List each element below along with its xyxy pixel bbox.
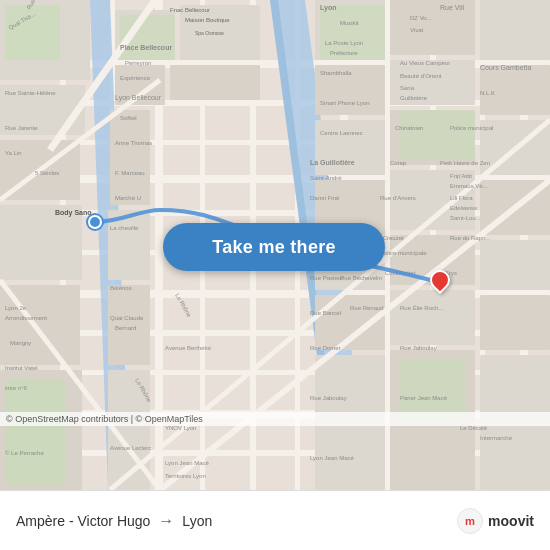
svg-text:Institut Vatel: Institut Vatel bbox=[5, 365, 38, 371]
svg-text:La Guillotière: La Guillotière bbox=[310, 159, 355, 166]
svg-text:Corep: Corep bbox=[390, 160, 407, 166]
svg-text:Rue Bancel: Rue Bancel bbox=[310, 310, 341, 316]
svg-rect-34 bbox=[0, 205, 82, 280]
destination-label: Lyon bbox=[182, 513, 212, 529]
svg-rect-55 bbox=[480, 240, 550, 290]
svg-text:Police municipale: Police municipale bbox=[380, 250, 427, 256]
bottom-bar: Ampère - Victor Hugo → Lyon m moovit bbox=[0, 490, 550, 550]
svg-text:Fnac Bellecour: Fnac Bellecour bbox=[170, 7, 210, 13]
svg-text:Rue Béchevelin: Rue Béchevelin bbox=[340, 275, 382, 281]
svg-text:Centre Laennec: Centre Laennec bbox=[320, 130, 363, 136]
svg-text:Damn Finé: Damn Finé bbox=[310, 195, 340, 201]
svg-text:Rue Jaboulay: Rue Jaboulay bbox=[400, 345, 437, 351]
svg-text:Marigny: Marigny bbox=[10, 340, 31, 346]
svg-text:Rue Sainte-Hélène: Rue Sainte-Hélène bbox=[5, 90, 56, 96]
take-me-there-button[interactable]: Take me there bbox=[163, 223, 385, 271]
svg-text:Lyon Bellecour: Lyon Bellecour bbox=[115, 94, 162, 102]
arrow-icon: → bbox=[158, 512, 174, 530]
svg-text:Arrondissement: Arrondissement bbox=[5, 315, 47, 321]
svg-text:Edelweiss: Edelweiss bbox=[450, 205, 477, 211]
svg-rect-65 bbox=[400, 110, 475, 160]
svg-text:Ya Lin: Ya Lin bbox=[5, 150, 22, 156]
svg-text:Sana: Sana bbox=[400, 85, 415, 91]
svg-text:Territoires Lyon: Territoires Lyon bbox=[165, 473, 206, 479]
svg-text:Rue Jaboulay: Rue Jaboulay bbox=[310, 395, 347, 401]
svg-text:Lyon 2e: Lyon 2e bbox=[5, 305, 27, 311]
svg-text:Cours Gambetta: Cours Gambetta bbox=[480, 64, 531, 71]
svg-text:Rue d'Anvers: Rue d'Anvers bbox=[380, 195, 416, 201]
moovit-logo: m moovit bbox=[456, 507, 534, 535]
svg-rect-37 bbox=[108, 210, 150, 280]
svg-text:Marché U: Marché U bbox=[115, 195, 141, 201]
svg-text:Guillotière: Guillotière bbox=[400, 95, 428, 101]
svg-text:© Le Perrache: © Le Perrache bbox=[5, 450, 44, 456]
svg-text:Prefecture: Prefecture bbox=[330, 50, 358, 56]
svg-text:Lyon: Lyon bbox=[320, 4, 336, 12]
svg-text:Saint-André: Saint-André bbox=[310, 175, 342, 181]
svg-text:Avenue Leclerc: Avenue Leclerc bbox=[110, 445, 151, 451]
svg-text:Place Bellecour: Place Bellecour bbox=[120, 44, 172, 51]
svg-text:Smart Phone Lyon: Smart Phone Lyon bbox=[320, 100, 369, 106]
svg-text:Lyon Jean Macé: Lyon Jean Macé bbox=[310, 455, 354, 461]
svg-text:Spa Osmose: Spa Osmose bbox=[195, 30, 224, 36]
svg-text:La Poste Lyon: La Poste Lyon bbox=[325, 40, 363, 46]
moovit-text: moovit bbox=[488, 513, 534, 529]
svg-rect-58 bbox=[480, 295, 550, 350]
svg-text:Petit Havre de Zen: Petit Havre de Zen bbox=[440, 160, 490, 166]
svg-text:Rue Vill: Rue Vill bbox=[440, 4, 464, 11]
svg-text:Shambhalla: Shambhalla bbox=[320, 70, 352, 76]
route-info: Ampère - Victor Hugo → Lyon bbox=[16, 512, 456, 530]
svg-text:Bélénos: Bélénos bbox=[110, 285, 132, 291]
svg-rect-67 bbox=[400, 360, 465, 420]
svg-text:N.L.K: N.L.K bbox=[480, 90, 495, 96]
svg-text:Lili Flora: Lili Flora bbox=[450, 195, 473, 201]
svg-text:Vivat: Vivat bbox=[410, 27, 424, 33]
destination-pin bbox=[426, 266, 454, 294]
map-attribution: © OpenStreetMap contributors | © OpenMap… bbox=[0, 412, 550, 426]
svg-text:Lyon Jean Macé: Lyon Jean Macé bbox=[165, 460, 209, 466]
svg-text:La cheville: La cheville bbox=[110, 225, 139, 231]
map-container: Quai Tiss... Rue du plat Rue Sainte-Hélè… bbox=[0, 0, 550, 490]
svg-text:Avenue Berthelot: Avenue Berthelot bbox=[165, 345, 211, 351]
svg-text:Rue Renaud: Rue Renaud bbox=[350, 305, 384, 311]
take-me-there-label: Take me there bbox=[212, 237, 336, 258]
svg-text:Emmaüs Vé...: Emmaüs Vé... bbox=[450, 183, 488, 189]
svg-text:Perreyron: Perreyron bbox=[125, 60, 151, 66]
destination-marker bbox=[430, 270, 450, 298]
svg-text:5 Siècles: 5 Siècles bbox=[35, 170, 59, 176]
svg-text:Musikit: Musikit bbox=[340, 20, 359, 26]
svg-text:Body Sano: Body Sano bbox=[55, 209, 92, 217]
svg-text:Anne Thomas: Anne Thomas bbox=[115, 140, 152, 146]
svg-text:Maison Boutique: Maison Boutique bbox=[185, 17, 230, 23]
origin-marker bbox=[88, 215, 102, 229]
svg-text:Rue Pasteur: Rue Pasteur bbox=[310, 275, 343, 281]
svg-text:m: m bbox=[465, 515, 475, 527]
svg-text:DZ Vo...: DZ Vo... bbox=[410, 15, 432, 21]
svg-text:imie n°6: imie n°6 bbox=[5, 385, 27, 391]
svg-text:Quai Claude: Quai Claude bbox=[110, 315, 144, 321]
svg-text:F. Marceau: F. Marceau bbox=[115, 170, 145, 176]
svg-text:Rue Domer: Rue Domer bbox=[310, 345, 341, 351]
svg-text:Rue Élie Roch...: Rue Élie Roch... bbox=[400, 305, 444, 311]
moovit-logo-icon: m bbox=[456, 507, 484, 535]
svg-text:CociMarket: CociMarket bbox=[385, 270, 416, 276]
svg-text:Beauté d'Orient: Beauté d'Orient bbox=[400, 73, 442, 79]
svg-rect-47 bbox=[315, 120, 385, 175]
svg-text:Rue du Rapo...: Rue du Rapo... bbox=[450, 235, 491, 241]
svg-rect-31 bbox=[170, 65, 260, 100]
svg-text:Parier Jean Macé: Parier Jean Macé bbox=[400, 395, 448, 401]
svg-text:Police municipal: Police municipal bbox=[450, 125, 493, 131]
svg-text:Chinatown: Chinatown bbox=[395, 125, 423, 131]
svg-text:Sofitel: Sofitel bbox=[120, 115, 137, 121]
svg-text:Saint-Lou...: Saint-Lou... bbox=[450, 215, 481, 221]
svg-text:Rue Jarente: Rue Jarente bbox=[5, 125, 38, 131]
svg-text:Intermarché: Intermarché bbox=[480, 435, 513, 441]
svg-text:Au Vieux Campeur: Au Vieux Campeur bbox=[400, 60, 450, 66]
svg-text:Bernard: Bernard bbox=[115, 325, 136, 331]
svg-rect-66 bbox=[5, 380, 65, 485]
svg-rect-43 bbox=[480, 0, 550, 60]
svg-text:Frip'Attit: Frip'Attit bbox=[450, 173, 472, 179]
origin-label: Ampère - Victor Hugo bbox=[16, 513, 150, 529]
svg-text:Expérience: Expérience bbox=[120, 75, 151, 81]
